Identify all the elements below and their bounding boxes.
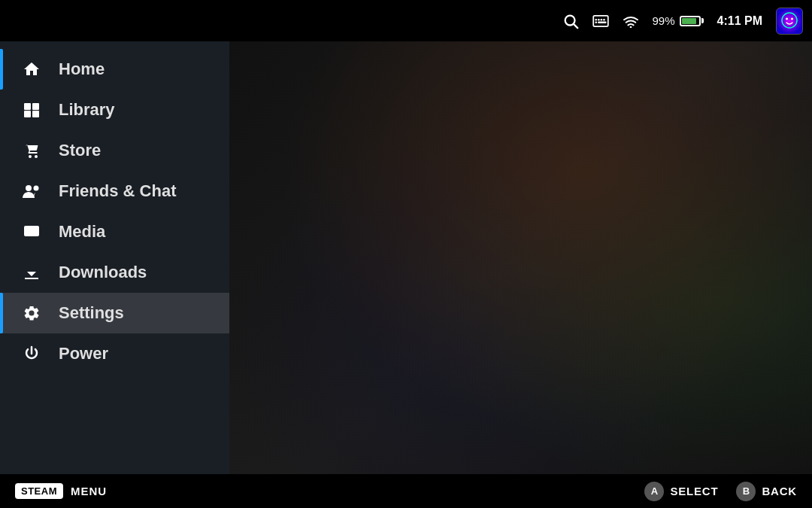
media-icon [21,224,42,240]
search-icon[interactable] [562,13,579,29]
sidebar-item-downloads[interactable]: Downloads [0,252,229,293]
library-icon [21,101,42,119]
battery-percent: 99% [653,14,675,27]
store-icon [21,141,42,160]
settings-icon [21,304,42,322]
sidebar: Home Library Store [0,41,229,474]
sidebar-item-settings[interactable]: Settings [0,293,229,333]
sidebar-label-settings: Settings [59,303,124,323]
background-blur [229,41,812,474]
battery-icon [680,16,704,26]
svg-point-13 [791,17,793,20]
keyboard-icon[interactable] [592,15,609,27]
svg-rect-20 [24,226,39,236]
select-action[interactable]: A SELECT [644,482,718,501]
svg-point-18 [26,185,32,191]
bottombar: STEAM MENU A SELECT B BACK [0,474,812,508]
sidebar-label-library: Library [59,100,115,120]
sidebar-item-home[interactable]: Home [0,49,229,90]
back-label: BACK [762,485,797,497]
sidebar-label-media: Media [59,222,105,242]
battery-group: 99% [653,14,704,27]
sidebar-item-store[interactable]: Store [0,130,229,171]
svg-point-19 [34,186,39,191]
sidebar-item-media[interactable]: Media [0,211,229,252]
steam-badge[interactable]: STEAM [15,483,63,499]
a-button[interactable]: A [644,482,664,501]
topbar: 99% 4:11 PM [0,0,812,41]
svg-rect-2 [593,15,608,26]
menu-label: MENU [71,485,107,497]
sidebar-item-power[interactable]: Power [0,333,229,374]
topbar-icons: 99% 4:11 PM [562,8,804,35]
sidebar-label-store: Store [59,141,101,160]
svg-line-1 [574,24,577,28]
sidebar-item-library[interactable]: Library [0,90,229,130]
select-label: SELECT [670,485,718,497]
svg-point-9 [629,26,632,27]
power-icon [21,345,42,363]
svg-rect-17 [32,111,39,117]
main-content [229,41,812,474]
sidebar-label-friends: Friends & Chat [59,181,176,201]
sidebar-item-friends[interactable]: Friends & Chat [0,171,229,211]
time-display: 4:11 PM [717,14,762,28]
wifi-icon[interactable] [623,14,639,28]
svg-rect-15 [32,103,39,110]
avatar[interactable] [776,8,803,35]
home-icon [21,60,42,78]
sidebar-label-downloads: Downloads [59,263,147,282]
svg-rect-10 [777,8,802,34]
sidebar-label-power: Power [59,344,108,364]
svg-point-12 [786,17,788,20]
b-button[interactable]: B [736,482,756,501]
downloads-icon [21,263,42,281]
steam-menu-group[interactable]: STEAM MENU [15,483,107,499]
back-action[interactable]: B BACK [736,482,797,501]
friends-icon [21,183,42,199]
bottom-actions: A SELECT B BACK [644,482,797,501]
sidebar-label-home: Home [59,59,105,79]
svg-rect-16 [24,111,31,117]
svg-rect-14 [24,103,31,110]
